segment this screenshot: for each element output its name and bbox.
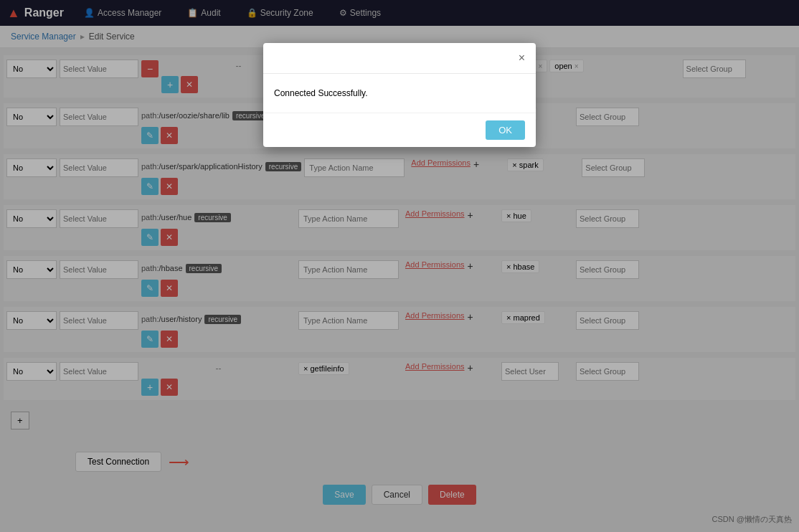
modal-body: Connected Successfully. — [263, 74, 536, 113]
modal-close-button[interactable]: × — [519, 52, 525, 65]
modal-header: × — [263, 43, 536, 74]
modal-footer: OK — [263, 113, 536, 147]
modal-overlay: × Connected Successfully. OK — [0, 0, 799, 532]
modal-ok-button[interactable]: OK — [486, 120, 525, 140]
modal-box: × Connected Successfully. OK — [263, 43, 536, 147]
modal-message: Connected Successfully. — [274, 88, 368, 98]
